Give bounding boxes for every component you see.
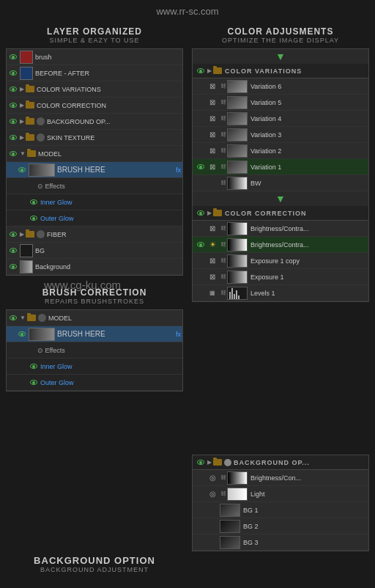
layer-name: BACKGROUND OP...: [47, 118, 181, 125]
color-variations-group-header[interactable]: ▶ COLOR VARIATIONS: [193, 64, 368, 78]
layer-icons: [38, 314, 47, 322]
layer-row[interactable]: ▦ ⛓ Levels 1: [193, 285, 368, 301]
visibility-icon[interactable]: [29, 197, 39, 207]
layer-row[interactable]: ⊠ ⛓ Variation 1: [193, 159, 368, 175]
adjust-icon: ◎: [207, 473, 218, 483]
layer-row[interactable]: Outer Glow: [7, 375, 182, 391]
layer-row[interactable]: ▼ MODEL: [7, 310, 182, 326]
layer-row[interactable]: BG 3: [193, 534, 368, 551]
visibility-icon: [196, 81, 206, 92]
layer-name: Variation 6: [250, 83, 365, 90]
layer-row[interactable]: Outer Glow: [7, 210, 182, 227]
visibility-icon[interactable]: [8, 229, 18, 240]
layer-row[interactable]: ⊠ ⛓ Brightness/Contra...: [193, 221, 368, 237]
layer-row[interactable]: ⊠ ⛓ Exposure 1: [193, 269, 368, 285]
arrow-down-icon: ▼: [193, 193, 368, 205]
layer-row[interactable]: ⊠ ⛓ Exposure 1 copy: [193, 253, 368, 269]
inner-glow-label: Inner Glow: [40, 363, 73, 370]
chevron-icon: ▶: [20, 118, 24, 125]
visibility-icon[interactable]: [8, 84, 18, 95]
layer-row[interactable]: BRUSH HERE fx: [7, 326, 182, 342]
layer-row[interactable]: Background: [7, 259, 182, 275]
layer-row[interactable]: BG 2: [193, 518, 368, 534]
layer-row[interactable]: ▶ BACKGROUND OP...: [7, 114, 182, 130]
visibility-icon[interactable]: [8, 68, 18, 78]
layer-name: Variation 4: [250, 115, 365, 122]
visibility-icon[interactable]: [8, 133, 18, 143]
chevron-icon: ▶: [20, 102, 24, 109]
visibility-icon[interactable]: [196, 240, 206, 250]
visibility-icon[interactable]: [8, 52, 18, 62]
chain-icon: ⛓: [220, 273, 226, 280]
layer-row[interactable]: Inner Glow: [7, 359, 182, 375]
folder-icon: [213, 210, 222, 216]
layer-row[interactable]: ▶ FIBER: [7, 227, 182, 243]
layer-row[interactable]: BEFORE - AFTER: [7, 65, 182, 81]
layer-name: SKIN TEXTURE: [47, 134, 181, 142]
layer-row[interactable]: ⊙ Effects: [7, 342, 182, 359]
layer-row[interactable]: BRUSH HERE fx: [7, 162, 182, 178]
background-op-group-header[interactable]: ▶ BACKGROUND OP...: [193, 455, 368, 470]
visibility-icon[interactable]: [8, 262, 18, 272]
layer-row[interactable]: ◎ ⛓ Brightness/Con...: [193, 470, 368, 486]
layer-row[interactable]: brush: [7, 49, 182, 65]
layer-name: BW: [250, 180, 365, 187]
layer-name: Light: [250, 490, 365, 498]
layer-row[interactable]: ⊠ ⛓ Variation 2: [193, 143, 368, 159]
visibility-icon[interactable]: [29, 213, 39, 224]
layer-row[interactable]: BG: [7, 243, 182, 259]
chain-icon: ⛓: [220, 147, 226, 154]
layer-thumbnail: [29, 328, 55, 341]
section1-header: LAYER ORGANIZED SIMPLE & EAZY TO USE: [0, 22, 189, 45]
visibility-icon[interactable]: [29, 378, 39, 388]
layer-row[interactable]: ◎ ⛓ Light: [193, 486, 368, 502]
layer-row[interactable]: ⊠ ⛓ Variation 5: [193, 95, 368, 111]
visibility-icon[interactable]: [8, 100, 18, 111]
visibility-icon[interactable]: [196, 66, 206, 76]
visibility-icon: [196, 537, 206, 548]
chain-icon: ⛓: [220, 490, 226, 497]
chain-icon: ⛓: [220, 99, 226, 106]
layer-row[interactable]: ☀ ⛓ Brightness/Contra...: [193, 237, 368, 253]
visibility-icon[interactable]: [29, 361, 39, 372]
layer-row[interactable]: Inner Glow: [7, 194, 182, 210]
visibility-icon[interactable]: [196, 208, 206, 218]
layer-thumbnail: [227, 128, 248, 142]
layer-row[interactable]: ⊠ ⛓ Variation 3: [193, 127, 368, 143]
layer-row[interactable]: ⛓ BW: [193, 175, 368, 191]
visibility-icon[interactable]: [196, 162, 206, 172]
layer-row[interactable]: ▶ SKIN TEXTURE: [7, 130, 182, 146]
layer-row[interactable]: ▼ MODEL: [7, 146, 182, 162]
layer-row[interactable]: ▶ COLOR CORRECTION: [7, 98, 182, 114]
visibility-icon[interactable]: [23, 181, 33, 191]
layer-row[interactable]: ⊙ Effects: [7, 178, 182, 194]
layer-row[interactable]: ⊠ ⛓ Variation 4: [193, 111, 368, 127]
layer-row[interactable]: ⊠ ⛓ Variation 6: [193, 78, 368, 95]
visibility-icon[interactable]: [196, 457, 206, 468]
layer-name: Brightness/Con...: [250, 474, 365, 482]
chain-icon: ⛓: [220, 290, 226, 296]
visibility-icon[interactable]: [8, 149, 18, 159]
visibility-icon[interactable]: [17, 329, 27, 339]
visibility-icon[interactable]: [8, 246, 18, 256]
chevron-icon: ▼: [20, 315, 26, 321]
visibility-icon[interactable]: [23, 345, 33, 356]
section1-subtitle: SIMPLE & EAZY TO USE: [3, 37, 186, 44]
adjust-icon: ⊠: [207, 130, 218, 140]
layer-name: BEFORE - AFTER: [35, 70, 181, 77]
visibility-icon[interactable]: [8, 117, 18, 127]
layer-name: COLOR CORRECTION: [37, 102, 181, 109]
layer-thumbnail: [227, 80, 248, 93]
visibility-icon[interactable]: [17, 165, 27, 175]
adjust-icon: ⊠: [207, 146, 218, 156]
folder-icon: [26, 86, 34, 92]
layer-row[interactable]: BG 1: [193, 502, 368, 518]
layer-thumbnail: [227, 238, 248, 251]
layer-thumbnail: [20, 244, 33, 257]
visibility-icon: [196, 489, 206, 499]
color-correction-group-header[interactable]: ▶ COLOR CORRECTION: [193, 206, 368, 221]
right-layer-list: ▼ ▶ COLOR VARIATIONS ⊠ ⛓ Variation 6 ⊠ ⛓…: [192, 48, 369, 302]
layer-row[interactable]: ▶ COLOR VARIATIONS: [7, 81, 182, 98]
adjust-icon: ⊠: [207, 256, 218, 266]
visibility-icon[interactable]: [8, 313, 18, 323]
